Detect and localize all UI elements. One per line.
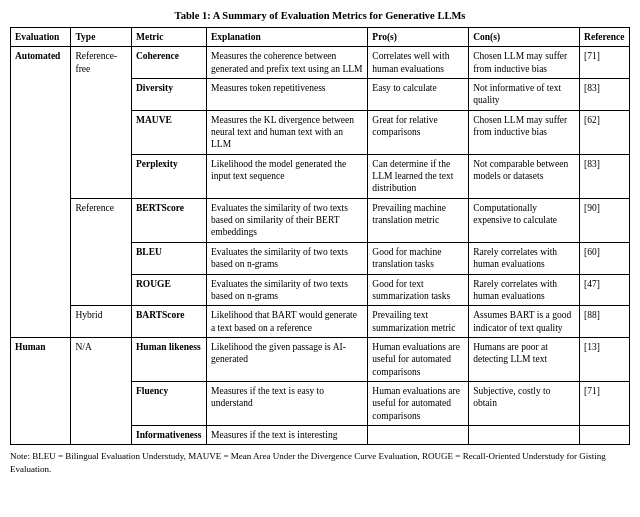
cell-explanation: Likelihood the model generated the input… <box>207 154 368 198</box>
header-metric: Metric <box>131 28 206 47</box>
header-cons: Con(s) <box>469 28 580 47</box>
cell-metric: Perplexity <box>131 154 206 198</box>
cell-cons: Computationally expensive to calculate <box>469 198 580 242</box>
cell-metric: MAUVE <box>131 110 206 154</box>
cell-pros: Human evaluations are useful for automat… <box>368 381 469 425</box>
header-evaluation: Evaluation <box>11 28 71 47</box>
metrics-table: Evaluation Type Metric Explanation Pro(s… <box>10 27 630 445</box>
cell-metric: Fluency <box>131 381 206 425</box>
cell-pros: Easy to calculate <box>368 79 469 111</box>
cell-cons: Humans are poor at detecting LLM text <box>469 337 580 381</box>
cell-reference <box>580 425 630 444</box>
cell-cons: Subjective, costly to obtain <box>469 381 580 425</box>
cell-reference: [83] <box>580 154 630 198</box>
cell-evaluation: Human <box>11 337 71 444</box>
cell-metric: BLEU <box>131 242 206 274</box>
cell-reference: [71] <box>580 47 630 79</box>
cell-pros: Good for text summarization tasks <box>368 274 469 306</box>
cell-cons: Not informative of text quality <box>469 79 580 111</box>
cell-pros: Good for machine translation tasks <box>368 242 469 274</box>
cell-type: Reference-free <box>71 47 131 198</box>
cell-pros: Prevailing machine translation metric <box>368 198 469 242</box>
cell-pros: Can determine if the LLM learned the tex… <box>368 154 469 198</box>
cell-reference: [88] <box>580 306 630 338</box>
cell-reference: [83] <box>580 79 630 111</box>
cell-reference: [47] <box>580 274 630 306</box>
cell-explanation: Measures token repetitiveness <box>207 79 368 111</box>
cell-pros: Correlates well with human evaluations <box>368 47 469 79</box>
cell-explanation: Measures the coherence between generated… <box>207 47 368 79</box>
cell-evaluation: Automated <box>11 47 71 338</box>
cell-cons: Assumes BART is a good indicator of text… <box>469 306 580 338</box>
cell-reference: [71] <box>580 381 630 425</box>
cell-reference: [60] <box>580 242 630 274</box>
cell-type: Reference <box>71 198 131 305</box>
cell-explanation: Likelihood that BART would generate a te… <box>207 306 368 338</box>
header-pros: Pro(s) <box>368 28 469 47</box>
cell-explanation: Likelihood the given passage is AI-gener… <box>207 337 368 381</box>
header-type: Type <box>71 28 131 47</box>
header-reference: Reference <box>580 28 630 47</box>
cell-explanation: Measures if the text is easy to understa… <box>207 381 368 425</box>
cell-pros: Great for relative comparisons <box>368 110 469 154</box>
cell-reference: [90] <box>580 198 630 242</box>
cell-type: Hybrid <box>71 306 131 338</box>
cell-reference: [62] <box>580 110 630 154</box>
cell-explanation: Evaluates the similarity of two texts ba… <box>207 274 368 306</box>
cell-metric: Diversity <box>131 79 206 111</box>
cell-explanation: Evaluates the similarity of two texts ba… <box>207 198 368 242</box>
cell-explanation: Measures if the text is interesting <box>207 425 368 444</box>
cell-metric: Human likeness <box>131 337 206 381</box>
cell-metric: Coherence <box>131 47 206 79</box>
cell-cons: Rarely correlates with human evaluations <box>469 274 580 306</box>
table-note: Note: BLEU = Bilingual Evaluation Unders… <box>10 450 630 475</box>
cell-pros: Human evaluations are useful for automat… <box>368 337 469 381</box>
cell-metric: BERTScore <box>131 198 206 242</box>
cell-pros <box>368 425 469 444</box>
cell-pros: Prevailing text summarization metric <box>368 306 469 338</box>
table-title: Table 1: A Summary of Evaluation Metrics… <box>10 10 630 21</box>
cell-cons <box>469 425 580 444</box>
cell-reference: [13] <box>580 337 630 381</box>
cell-cons: Chosen LLM may suffer from inductive bia… <box>469 47 580 79</box>
cell-metric: ROUGE <box>131 274 206 306</box>
cell-explanation: Measures the KL divergence between neura… <box>207 110 368 154</box>
cell-explanation: Evaluates the similarity of two texts ba… <box>207 242 368 274</box>
cell-metric: BARTScore <box>131 306 206 338</box>
cell-type: N/A <box>71 337 131 444</box>
cell-cons: Rarely correlates with human evaluations <box>469 242 580 274</box>
cell-cons: Chosen LLM may suffer from inductive bia… <box>469 110 580 154</box>
header-explanation: Explanation <box>207 28 368 47</box>
cell-metric: Informativeness <box>131 425 206 444</box>
cell-cons: Not comparable between models or dataset… <box>469 154 580 198</box>
